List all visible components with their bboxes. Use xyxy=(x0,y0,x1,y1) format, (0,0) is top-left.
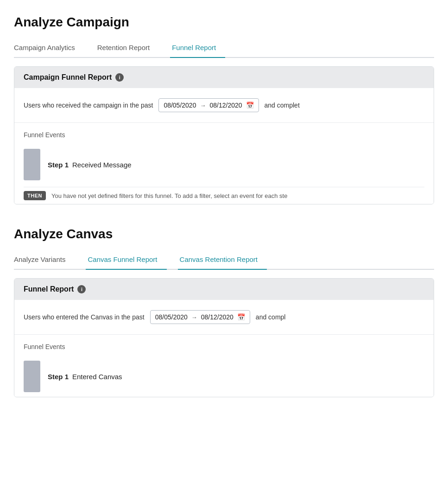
campaign-date-row: Users who received the campaign in the p… xyxy=(14,88,434,123)
campaign-date-range-picker[interactable]: 08/05/2020 → 08/12/2020 📅 xyxy=(158,98,259,112)
campaign-step-1-bar xyxy=(24,149,40,180)
tab-funnel-report[interactable]: Funnel Report xyxy=(170,38,225,58)
canvas-funnel-info-icon[interactable]: i xyxy=(77,285,86,293)
campaign-then-text: You have not yet defined filters for thi… xyxy=(51,192,288,199)
analyze-canvas-section: Analyze Canvas Analyze Variants Canvas F… xyxy=(14,227,434,397)
analyze-campaign-title: Analyze Campaign xyxy=(14,15,434,30)
campaign-then-row: THEN You have not yet defined filters fo… xyxy=(24,187,424,204)
tab-campaign-analytics[interactable]: Campaign Analytics xyxy=(14,38,84,58)
campaign-funnel-events-area: Funnel Events Step 1Received Message THE… xyxy=(14,123,434,204)
campaign-tab-bar: Campaign Analytics Retention Report Funn… xyxy=(14,38,434,58)
campaign-calendar-icon: 📅 xyxy=(246,102,254,109)
campaign-and-compl: and complet xyxy=(265,102,300,109)
canvas-funnel-report-body: Users who entered the Canvas in the past… xyxy=(14,300,434,397)
canvas-step-1-number: Step 1 xyxy=(48,373,69,381)
campaign-step-1-event: Received Message xyxy=(72,161,132,169)
canvas-step-1-row: Step 1Entered Canvas xyxy=(24,356,424,397)
canvas-funnel-events-label: Funnel Events xyxy=(24,343,424,350)
tab-analyze-variants[interactable]: Analyze Variants xyxy=(14,250,75,270)
canvas-step-1-event: Entered Canvas xyxy=(72,373,122,381)
campaign-step-1-number: Step 1 xyxy=(48,161,69,169)
campaign-funnel-report-card: Campaign Funnel Report i Users who recei… xyxy=(14,66,434,204)
tab-canvas-retention-report[interactable]: Canvas Retention Report xyxy=(178,250,267,270)
tab-canvas-funnel-report[interactable]: Canvas Funnel Report xyxy=(86,250,166,270)
canvas-and-compl: and compl xyxy=(256,313,286,321)
campaign-funnel-info-icon[interactable]: i xyxy=(115,73,124,82)
campaign-funnel-report-header: Campaign Funnel Report i xyxy=(14,67,434,88)
campaign-date-start: 08/05/2020 xyxy=(164,102,196,109)
canvas-date-label: Users who entered the Canvas in the past xyxy=(24,313,145,321)
canvas-step-1-bar xyxy=(24,361,40,392)
canvas-date-arrow: → xyxy=(191,314,197,321)
canvas-date-start: 08/05/2020 xyxy=(155,313,188,321)
canvas-date-end: 08/12/2020 xyxy=(201,313,233,321)
campaign-then-badge: THEN xyxy=(24,191,46,200)
canvas-step-1-label: Step 1Entered Canvas xyxy=(48,373,122,381)
canvas-date-row: Users who entered the Canvas in the past… xyxy=(14,300,434,335)
canvas-date-range-picker[interactable]: 08/05/2020 → 08/12/2020 📅 xyxy=(150,310,250,324)
tab-retention-report[interactable]: Retention Report xyxy=(95,38,159,58)
campaign-funnel-report-title: Campaign Funnel Report xyxy=(24,73,112,82)
canvas-funnel-report-header: Funnel Report i xyxy=(14,279,434,300)
canvas-calendar-icon: 📅 xyxy=(237,313,245,321)
canvas-tab-bar: Analyze Variants Canvas Funnel Report Ca… xyxy=(14,250,434,270)
campaign-date-end: 08/12/2020 xyxy=(209,102,242,109)
campaign-date-arrow: → xyxy=(200,102,206,109)
analyze-campaign-section: Analyze Campaign Campaign Analytics Rete… xyxy=(14,15,434,204)
canvas-funnel-report-card: Funnel Report i Users who entered the Ca… xyxy=(14,278,434,397)
analyze-canvas-title: Analyze Canvas xyxy=(14,227,434,242)
campaign-date-label: Users who received the campaign in the p… xyxy=(24,102,153,109)
campaign-funnel-report-body: Users who received the campaign in the p… xyxy=(14,88,434,204)
campaign-funnel-events-label: Funnel Events xyxy=(24,131,424,139)
campaign-step-1-label: Step 1Received Message xyxy=(48,161,132,169)
campaign-step-1-row: Step 1Received Message xyxy=(24,144,424,185)
canvas-funnel-report-title: Funnel Report xyxy=(24,285,74,293)
canvas-funnel-events-area: Funnel Events Step 1Entered Canvas xyxy=(14,335,434,397)
